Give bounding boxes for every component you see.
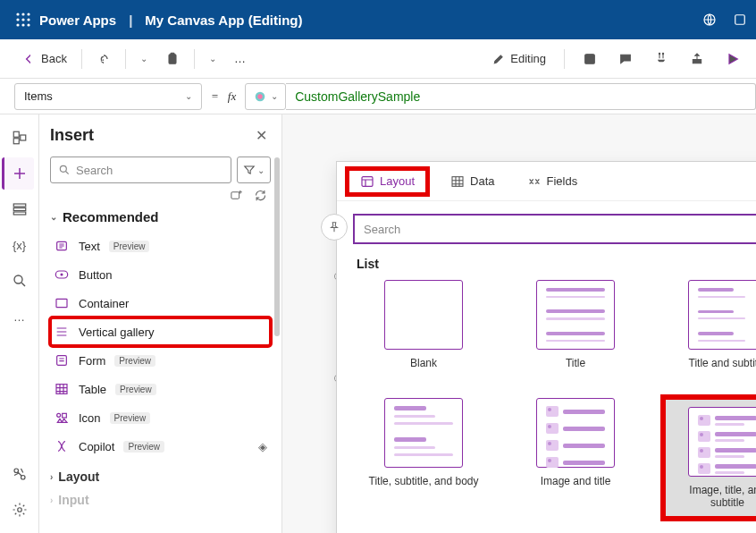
- editing-label: Editing: [510, 52, 546, 65]
- app-launcher-icon[interactable]: [7, 4, 39, 36]
- insert-item-icon[interactable]: Icon Preview: [50, 403, 271, 432]
- back-label: Back: [41, 52, 67, 65]
- item-label: Text: [79, 240, 100, 253]
- layout-title-subtitle[interactable]: Title and subtitle: [664, 280, 756, 382]
- new-component-icon[interactable]: [230, 189, 243, 202]
- formula-copilot[interactable]: ⌄: [245, 83, 286, 110]
- layout-title[interactable]: Title: [512, 280, 639, 382]
- insert-item-copilot[interactable]: Copilot Preview ◈: [50, 432, 271, 461]
- text-icon: [54, 238, 70, 254]
- svg-point-0: [16, 13, 19, 15]
- svg-rect-29: [231, 192, 239, 199]
- editing-mode[interactable]: Editing: [485, 45, 553, 73]
- layout-blank[interactable]: Blank: [360, 280, 487, 382]
- rail-insert[interactable]: [2, 157, 34, 190]
- tab-fields[interactable]: Fields: [518, 171, 587, 192]
- svg-point-17: [258, 94, 263, 98]
- rail-tools[interactable]: [4, 458, 36, 490]
- svg-point-1: [21, 13, 24, 15]
- container-icon: [54, 295, 70, 311]
- preview-badge: Preview: [115, 384, 156, 395]
- svg-rect-20: [20, 135, 25, 140]
- rail-settings[interactable]: [4, 494, 36, 526]
- input-section-header[interactable]: › Input: [50, 493, 271, 507]
- insert-item-container[interactable]: Container: [50, 289, 271, 317]
- insert-item-vertical-gallery[interactable]: Vertical gallery: [50, 317, 271, 346]
- svg-rect-33: [56, 299, 67, 307]
- checker-button[interactable]: [647, 45, 676, 73]
- pin-button[interactable]: [321, 214, 348, 241]
- layout-section-header[interactable]: › Layout: [50, 470, 271, 484]
- formula-bar[interactable]: CustomGallerySample: [286, 83, 756, 110]
- insert-search-placeholder: Search: [76, 164, 113, 177]
- layout-search-input[interactable]: Search: [353, 214, 756, 244]
- item-label: Button: [79, 268, 113, 282]
- insert-search-input[interactable]: Search: [50, 157, 231, 183]
- property-name: Items: [24, 89, 53, 103]
- layout-title-subtitle-body[interactable]: Title, subtitle, and body: [360, 398, 487, 518]
- svg-rect-37: [63, 413, 67, 418]
- item-label: Icon: [79, 411, 101, 425]
- preview-badge: Preview: [114, 355, 155, 367]
- paste-more[interactable]: ⌄: [202, 45, 223, 73]
- save-button[interactable]: [575, 45, 604, 73]
- chevron-right-icon: ›: [50, 472, 53, 482]
- svg-rect-12: [171, 53, 174, 55]
- svg-point-15: [662, 53, 663, 54]
- play-button[interactable]: [718, 45, 747, 73]
- rail-search[interactable]: [4, 265, 36, 297]
- svg-rect-10: [735, 15, 745, 25]
- share-button[interactable]: [683, 45, 711, 73]
- paste-button[interactable]: [158, 45, 187, 73]
- svg-rect-18: [13, 131, 19, 137]
- rail-data[interactable]: [4, 193, 36, 225]
- insert-item-button[interactable]: Button: [50, 260, 271, 289]
- refresh-icon[interactable]: [254, 189, 267, 202]
- insert-item-table[interactable]: Table Preview: [50, 375, 271, 403]
- insert-item-text[interactable]: Text Preview: [50, 232, 271, 260]
- tab-layout[interactable]: Layout: [348, 169, 427, 194]
- scrollbar-thumb[interactable]: [274, 157, 280, 336]
- layout-image-title-subtitle[interactable]: Image, title, and subtitle: [664, 398, 756, 518]
- tile-caption: Image, title, and subtitle: [673, 484, 756, 509]
- item-label: Copilot: [79, 440, 114, 453]
- tile-caption: Image and title: [541, 475, 611, 500]
- undo-more[interactable]: ⌄: [133, 45, 155, 73]
- svg-point-36: [57, 413, 61, 417]
- tile-caption: Title and subtitle: [689, 357, 756, 382]
- preview-badge: Preview: [110, 412, 151, 424]
- comments-button[interactable]: [611, 45, 640, 73]
- chevron-down-icon: ⌄: [50, 212, 57, 222]
- back-button[interactable]: Back: [14, 45, 74, 73]
- svg-point-27: [17, 508, 21, 512]
- property-dropdown[interactable]: Items ⌄: [14, 83, 202, 110]
- svg-point-6: [16, 23, 19, 26]
- rail-variables[interactable]: {x}: [4, 229, 36, 261]
- tile-caption: Title: [566, 357, 585, 382]
- environment-icon[interactable]: [701, 11, 718, 29]
- svg-point-28: [60, 165, 66, 172]
- svg-rect-19: [13, 139, 19, 144]
- insert-item-form[interactable]: Form Preview: [50, 346, 271, 375]
- item-label: Vertical gallery: [79, 326, 155, 339]
- copilot-icon: [54, 438, 70, 454]
- svg-point-24: [14, 275, 22, 283]
- table-icon: [54, 381, 70, 397]
- recommended-header[interactable]: ⌄ Recommended: [50, 209, 271, 224]
- layout-image-title[interactable]: Image and title: [512, 398, 639, 518]
- rail-tree-view[interactable]: [4, 122, 36, 154]
- gallery-properties-flyout: Layout Data Fields Search All: [336, 161, 756, 533]
- chevron-down-icon: ⌄: [185, 91, 192, 101]
- tab-data[interactable]: Data: [441, 171, 503, 192]
- gallery-icon: [54, 324, 70, 340]
- svg-point-14: [659, 53, 659, 54]
- overflow-button[interactable]: …: [227, 45, 253, 73]
- close-icon[interactable]: ✕: [252, 123, 271, 148]
- insert-filter-button[interactable]: ⌄: [237, 157, 271, 183]
- svg-point-3: [16, 18, 19, 21]
- undo-button[interactable]: [89, 45, 118, 73]
- rail-overflow[interactable]: …: [4, 300, 36, 333]
- share-icon[interactable]: [731, 11, 749, 29]
- chevron-right-icon: ›: [50, 495, 53, 505]
- svg-point-2: [27, 13, 29, 15]
